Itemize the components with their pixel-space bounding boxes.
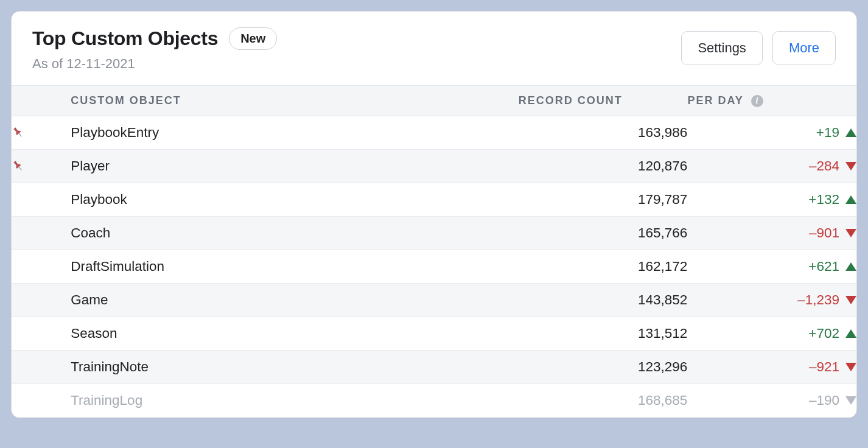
column-header-per-day-label: PER DAY <box>687 94 743 107</box>
trend-up-icon <box>845 195 856 204</box>
per-day-delta-cell: –1,239 <box>687 284 856 317</box>
pin-icon[interactable] <box>12 159 71 173</box>
pin-icon[interactable] <box>12 126 71 139</box>
trend-down-icon <box>845 296 856 304</box>
record-count: 131,512 <box>519 317 688 351</box>
record-count: 179,787 <box>519 183 688 217</box>
column-header-per-day[interactable]: PER DAY i <box>687 86 856 116</box>
table-row[interactable]: Player120,876–284 <box>12 150 856 183</box>
pin-cell[interactable] <box>12 183 71 217</box>
record-count: 165,766 <box>519 217 688 250</box>
new-badge: New <box>229 27 277 50</box>
per-day-delta-cell: –284 <box>687 150 856 183</box>
pin-cell[interactable] <box>12 284 71 317</box>
card-title: Top Custom Objects <box>32 27 218 50</box>
per-day-delta-cell: –901 <box>687 217 856 250</box>
table-row[interactable]: Game143,852–1,239 <box>12 284 856 317</box>
per-day-delta-cell: +702 <box>687 317 856 351</box>
pin-cell[interactable] <box>12 116 71 150</box>
per-day-delta: –921 <box>809 359 839 375</box>
column-header-custom-object[interactable]: CUSTOM OBJECT <box>71 86 519 116</box>
record-count: 168,685 <box>519 384 688 418</box>
table-row[interactable]: DraftSimulation162,172+621 <box>12 250 856 284</box>
pin-cell[interactable] <box>12 317 71 351</box>
object-name[interactable]: Playbook <box>71 183 519 217</box>
pin-cell[interactable] <box>12 150 71 183</box>
per-day-delta: –901 <box>809 225 839 241</box>
object-name[interactable]: Player <box>71 150 519 183</box>
record-count: 143,852 <box>519 284 688 317</box>
pin-cell[interactable] <box>12 250 71 284</box>
more-button[interactable]: More <box>772 31 836 65</box>
object-name[interactable]: Game <box>71 284 519 317</box>
trend-down-icon <box>845 363 856 371</box>
trend-up-icon <box>845 329 856 338</box>
card-header: Top Custom Objects New As of 12-11-2021 … <box>12 12 856 85</box>
object-name[interactable]: DraftSimulation <box>71 250 519 284</box>
table-row[interactable]: PlaybookEntry163,986+19 <box>12 116 856 150</box>
per-day-delta-cell: +621 <box>687 250 856 284</box>
per-day-delta: –1,239 <box>797 292 839 308</box>
object-name[interactable]: Coach <box>71 217 519 250</box>
record-count: 162,172 <box>519 250 688 284</box>
svg-rect-1 <box>18 167 22 171</box>
table-row[interactable]: TrainingNote123,296–921 <box>12 351 856 384</box>
card-subtitle: As of 12-11-2021 <box>32 56 277 72</box>
pin-cell[interactable] <box>12 384 71 418</box>
per-day-delta: +19 <box>816 125 839 141</box>
info-icon[interactable]: i <box>751 95 763 107</box>
record-count: 120,876 <box>519 150 688 183</box>
header-actions: Settings More <box>681 31 836 65</box>
trend-up-icon <box>845 128 856 137</box>
trend-down-icon <box>845 229 856 237</box>
trend-up-icon <box>845 262 856 271</box>
table-row[interactable]: Coach165,766–901 <box>12 217 856 250</box>
record-count: 123,296 <box>519 351 688 384</box>
table-row[interactable]: Season131,512+702 <box>12 317 856 351</box>
table-header-row: CUSTOM OBJECT RECORD COUNT PER DAY i <box>12 86 856 116</box>
record-count: 163,986 <box>519 116 688 150</box>
trend-down-icon <box>845 162 856 170</box>
settings-button[interactable]: Settings <box>681 31 763 65</box>
per-day-delta: +702 <box>808 326 839 341</box>
per-day-delta: –284 <box>809 158 839 174</box>
custom-objects-table: CUSTOM OBJECT RECORD COUNT PER DAY i Pla… <box>12 85 856 418</box>
table-row[interactable]: Playbook179,787+132 <box>12 183 856 217</box>
column-header-record-count[interactable]: RECORD COUNT <box>519 86 688 116</box>
per-day-delta: +621 <box>808 259 839 275</box>
pin-cell[interactable] <box>12 351 71 384</box>
object-name[interactable]: TrainingNote <box>71 351 519 384</box>
top-custom-objects-card: Top Custom Objects New As of 12-11-2021 … <box>11 11 857 418</box>
per-day-delta: –190 <box>809 393 839 408</box>
object-name[interactable]: PlaybookEntry <box>71 116 519 150</box>
per-day-delta-cell: –190 <box>687 384 856 418</box>
pin-cell[interactable] <box>12 217 71 250</box>
per-day-delta-cell: +19 <box>687 116 856 150</box>
object-name[interactable]: Season <box>71 317 519 351</box>
per-day-delta: +132 <box>808 192 839 208</box>
trend-flat-icon <box>845 396 856 405</box>
object-name[interactable]: TrainingLog <box>71 384 519 418</box>
per-day-delta-cell: –921 <box>687 351 856 384</box>
card-title-block: Top Custom Objects New As of 12-11-2021 <box>32 27 277 72</box>
column-header-pin <box>12 86 71 116</box>
per-day-delta-cell: +132 <box>687 183 856 217</box>
svg-rect-0 <box>18 133 22 138</box>
table-row[interactable]: TrainingLog168,685–190 <box>12 384 856 418</box>
